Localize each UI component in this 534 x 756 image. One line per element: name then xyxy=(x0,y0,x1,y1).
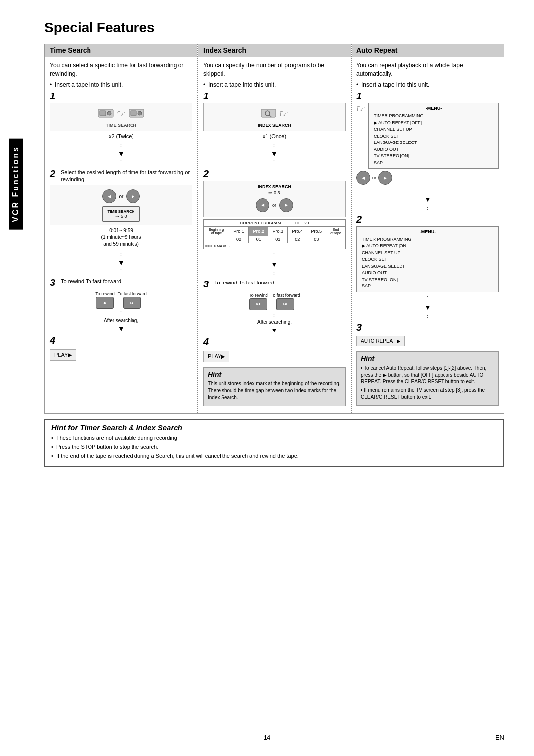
time-search-step-2: 2 Select the desired length of time for … xyxy=(50,169,192,248)
arrow-2: ▼ xyxy=(50,259,192,267)
auto-step-1: 1 ☞ -MENU- TIMER PROGRAMMING AUTO REPEAT… xyxy=(356,91,499,185)
svg-rect-7 xyxy=(261,109,276,117)
arrow-3: ▼ xyxy=(50,325,192,332)
auto-hint-title: Hint xyxy=(361,355,494,363)
ff-section: To fast forward ⏭ xyxy=(118,289,147,309)
menu-item-language: LANGUAGE SELECT xyxy=(372,140,495,146)
menu-item-timer-2: TIMER PROGRAMMING xyxy=(360,236,495,243)
auto-arrow-2: ▼ xyxy=(356,303,499,311)
index-step-4: 4 PLAY▶ xyxy=(203,337,346,364)
auto-step-2: 2 -MENU- TIMER PROGRAMMING AUTO REPEAT [… xyxy=(356,214,499,292)
current-program-label: CURRENT PROGRAM 01 ~ 20 Beginningof tape… xyxy=(203,219,346,249)
menu-title-1: -MENU- xyxy=(372,105,495,112)
auto-step1-hand: ☞ xyxy=(356,103,365,115)
hand-icon-2: ☞ xyxy=(279,108,288,120)
time-display: TIME SEARCH ⇒ 5 0 xyxy=(102,206,139,222)
auto-hint-text2: • If menu remains on the TV screen at st… xyxy=(361,387,494,401)
btn-right: ▶ xyxy=(126,189,140,203)
step-num-2: 2 xyxy=(50,169,59,179)
bottom-bullet-3: If the end of the tape is reached during… xyxy=(51,453,497,459)
auto-dotted-2: ⋮ xyxy=(356,205,499,211)
index-rewind-section: To rewind ⏮ xyxy=(249,291,268,310)
auto-repeat-column: Auto Repeat You can repeat playback of a… xyxy=(352,44,504,413)
step-row-2: 2 Select the desired length of time for … xyxy=(50,169,192,183)
time-01a: 01 xyxy=(249,236,268,243)
step1-sublabel: x2 (Twice) xyxy=(50,133,192,139)
end-label: Endof tape xyxy=(326,226,346,236)
index-step-num-2: 2 xyxy=(203,169,212,179)
dotted-arrow-5: ⋮ xyxy=(50,310,192,317)
index-search-label-2: INDEX SEARCH xyxy=(258,184,291,189)
page-number: – 14 – xyxy=(258,734,276,741)
auto-step-num-1: 1 xyxy=(356,91,365,101)
index-step-1: 1 ☞ I xyxy=(203,91,346,139)
index-play-box: PLAY▶ xyxy=(203,351,229,362)
index-mark-row: INDEX MARK → xyxy=(204,243,346,249)
menu-item-channel-2: CHANNEL SET UP xyxy=(360,250,495,257)
index-rewind-label: To rewind xyxy=(249,293,268,298)
beginning-label: Beginningof tape xyxy=(204,226,229,236)
index-step3-buttons: To rewind ⏮ To fast forward ⏭ xyxy=(203,291,346,310)
play-box: PLAY▶ xyxy=(50,349,76,361)
index-step1-sublabel: x1 (Once) xyxy=(203,133,346,139)
auto-hint-box: Hint • To cancel Auto Repeat, follow ste… xyxy=(356,351,499,406)
menu-item-auto-repeat-off: AUTO REPEAT [OFF] xyxy=(372,120,495,127)
vcr-icon-1 xyxy=(98,108,114,120)
blank-cell-2 xyxy=(326,236,346,243)
index-search-label: INDEX SEARCH xyxy=(258,123,291,128)
step-row-3: 3 To rewind To fast forward xyxy=(50,278,192,287)
page: VCR Functions Special Features Time Sear… xyxy=(0,0,534,756)
step2-diagram: ◀ or ▶ TIME SEARCH ⇒ 5 0 xyxy=(50,185,192,225)
auto-repeat-intro: You can repeat playback of a whole tape … xyxy=(356,61,499,78)
menu-item-timer: TIMER PROGRAMMING xyxy=(372,113,495,120)
index-step-num-1: 1 xyxy=(203,91,212,101)
footer: – 14 – EN xyxy=(0,734,534,741)
index-dotted-3: ⋮ xyxy=(203,252,346,259)
auto-btn-left: ◀ xyxy=(356,171,370,185)
index-btn-right: ▶ xyxy=(279,198,293,212)
time-01b: 01 xyxy=(268,236,288,243)
menu-item-audio: AUDIO OUT xyxy=(372,146,495,153)
step2-sublabel: 0:01~ 9:59(1 minute~9 hoursand 59 minute… xyxy=(50,227,192,248)
svg-point-6 xyxy=(138,111,142,115)
rewind-section: To rewind ⏮ xyxy=(95,289,115,309)
menu-item-clock: CLOCK SET xyxy=(372,133,495,140)
index-search-bullet: Insert a tape into this unit. xyxy=(203,81,346,88)
auto-step-num-3: 3 xyxy=(356,322,365,332)
auto-step-num-2: 2 xyxy=(356,214,365,224)
bottom-hint-title: Hint for Timer Search & Index Search xyxy=(51,424,497,432)
or-label: or xyxy=(119,194,124,199)
after-searching-label: After searching, xyxy=(50,318,192,323)
auto-dotted-4: ⋮ xyxy=(356,313,499,319)
pro5: Pro.5 xyxy=(307,226,326,236)
step-num-1: 1 xyxy=(50,91,59,101)
menu-item-clock-2: CLOCK SET xyxy=(360,256,495,263)
index-or: or xyxy=(272,203,276,208)
index-play-label: PLAY▶ xyxy=(208,353,225,360)
auto-repeat-box: AUTO REPEAT ▶ xyxy=(356,336,405,346)
vcr-icon-2 xyxy=(129,108,144,120)
auto-step1-content: ☞ -MENU- TIMER PROGRAMMING AUTO REPEAT [… xyxy=(356,103,499,169)
bottom-bullet-1: These functions are not available during… xyxy=(51,435,497,441)
index-ff-section: To fast forward ⏭ xyxy=(271,291,300,310)
ff-btn: ⏭ xyxy=(123,297,141,309)
dotted-arrow-4: ⋮ xyxy=(50,268,192,275)
index-dotted-2: ⋮ xyxy=(203,159,346,166)
time-search-bullet: Insert a tape into this unit. xyxy=(50,81,192,88)
step2-controls: ◀ or ▶ xyxy=(102,189,140,203)
index-arrow-3: ▼ xyxy=(203,326,346,334)
blank-cell xyxy=(204,236,229,243)
index-ff-label: To fast forward xyxy=(271,293,300,298)
index-hint-box: Hint This unit stores index mark at the … xyxy=(203,367,346,406)
btn-left: ◀ xyxy=(102,189,116,203)
page-title: Special Features xyxy=(44,20,504,36)
step-row-4: 4 xyxy=(50,335,192,345)
time-search-content: You can select a specific time for fast … xyxy=(45,57,197,370)
index-step-num-4: 4 xyxy=(203,337,212,347)
time-03: 03 xyxy=(307,236,326,243)
rewind-btn: ⏮ xyxy=(96,297,114,309)
index-hint-text: This unit stores index mark at the begin… xyxy=(208,380,341,401)
menu-item-tv-stereo: TV STEREO [ON] xyxy=(372,153,495,160)
step-num-3: 3 xyxy=(50,278,59,287)
auto-or: or xyxy=(372,175,376,180)
